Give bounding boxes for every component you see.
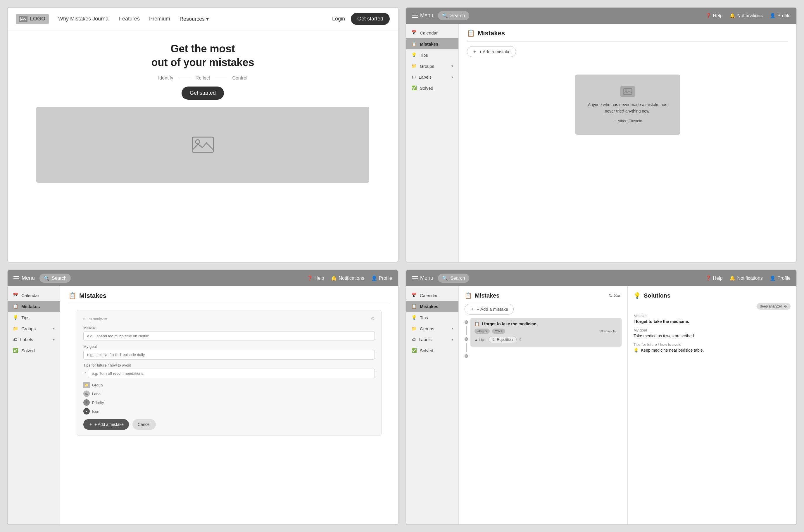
mistake-cards-area: 📋 I forget to take the medicine. allergy…	[470, 318, 621, 349]
sidebar-tips-3[interactable]: 💡 Tips	[7, 312, 60, 323]
mistake-input[interactable]	[83, 331, 375, 341]
sidebar-mistakes-4[interactable]: 📋 Mistakes	[406, 301, 459, 312]
form-extras: 📁 Group 🏷 Label ! Priority ● Icon	[83, 382, 375, 415]
solutions-panel-4: 💡 Solutions deep analyzer ⚙ Mistake I fo…	[628, 286, 797, 525]
sidebar-3: 📅 Calendar 📋 Mistakes 💡 Tips 📁 Groups ▾ …	[7, 286, 60, 525]
main-title-3: 📋 Mistakes	[69, 292, 390, 304]
sidebar-tips-2[interactable]: 💡 Tips	[406, 50, 459, 60]
labels-chevron-4: ▾	[451, 338, 453, 342]
sidebar-calendar-3[interactable]: 📅 Calendar	[7, 290, 60, 301]
extra-priority[interactable]: ! Priority	[83, 399, 375, 406]
timeline-connector-1	[466, 326, 467, 335]
app-header-2: Menu 🔍 Search ❓ Help 🔔 Notifications 👤 P…	[406, 7, 797, 24]
tag-year[interactable]: 2021	[492, 328, 505, 334]
notifications-button-3[interactable]: 🔔 Notifications	[331, 276, 364, 281]
sidebar-calendar-2[interactable]: 📅 Calendar	[406, 27, 459, 38]
tag-allergy[interactable]: allergy	[474, 328, 490, 334]
timeline-connector-2	[466, 343, 467, 352]
mistakes-title-icon-2: 📋	[467, 30, 475, 37]
menu-button-2[interactable]: Menu	[412, 13, 433, 19]
app-body-2: 📅 Calendar 📋 Mistakes 💡 Tips 📁 Groups ▾ …	[406, 24, 797, 262]
timeline-dot-1[interactable]	[465, 320, 468, 324]
dash-2	[215, 78, 227, 78]
timeline-dot-2[interactable]	[465, 337, 468, 341]
get-started-hero-button[interactable]: Get started	[182, 87, 224, 100]
timeline-dot-3[interactable]	[465, 354, 468, 358]
svg-rect-4	[623, 89, 632, 94]
tip-bulb-icon: 💡	[634, 348, 638, 353]
dash-1	[179, 78, 190, 78]
notifications-button-4[interactable]: 🔔 Notifications	[729, 276, 763, 281]
logo-text: LOGO	[30, 16, 45, 22]
logo[interactable]: LOGO	[16, 14, 49, 24]
help-button-4[interactable]: ❓ Help	[706, 276, 723, 281]
nav-resources[interactable]: Resources ▾	[180, 16, 209, 22]
search-button-4[interactable]: 🔍 Search	[438, 273, 469, 283]
profile-button-4[interactable]: 👤 Profile	[770, 276, 790, 281]
groups-icon-2: 📁	[411, 63, 417, 69]
add-mistake-button-4[interactable]: ＋ + Add a mistake	[465, 304, 514, 315]
sidebar-mistakes-2[interactable]: 📋 Mistakes	[406, 38, 459, 50]
sidebar-calendar-4[interactable]: 📅 Calendar	[406, 290, 459, 301]
sidebar-groups-3[interactable]: 📁 Groups ▾	[7, 323, 60, 334]
priority-icon: !	[83, 399, 90, 406]
sidebar-labels-4[interactable]: 🏷 Labels ▾	[406, 334, 459, 345]
menu-button-4[interactable]: Menu	[412, 275, 433, 281]
form-cancel-button[interactable]: Cancel	[132, 419, 156, 430]
tips-input[interactable]	[88, 368, 375, 378]
form-add-button[interactable]: ＋ + Add a mistake	[83, 419, 129, 430]
sidebar-labels-3[interactable]: 🏷 Labels ▾	[7, 334, 60, 345]
mistakes-panel-title-4: 📋 Mistakes ⇅ Sort	[465, 292, 621, 299]
add-mistake-button-2[interactable]: ＋ + Add a mistake	[467, 46, 516, 57]
main-title-2: 📋 Mistakes	[467, 30, 788, 41]
search-button-2[interactable]: 🔍 Search	[438, 11, 469, 20]
deep-analyzer-area: deep analyzer ⚙	[634, 303, 790, 309]
tips-icon-4: 💡	[411, 315, 417, 320]
deep-analyzer-badge[interactable]: deep analyzer ⚙	[756, 303, 790, 309]
s4-main-layout: 📋 Mistakes ⇅ Sort ＋ + Add a mistake	[459, 286, 797, 525]
app-body-4: 📅 Calendar 📋 Mistakes 💡 Tips 📁 Groups ▾ …	[406, 286, 797, 525]
goal-input[interactable]	[83, 350, 375, 360]
nav-why[interactable]: Why Mistakes Journal	[58, 16, 110, 22]
icon-selector-icon: ●	[83, 408, 90, 415]
tag-days: 100 days left	[599, 329, 617, 333]
sidebar-labels-2[interactable]: 🏷 Labels ▾	[406, 72, 459, 82]
extra-label[interactable]: 🏷 Label	[83, 391, 375, 397]
repetition-button-1[interactable]: ↻ Repetition	[488, 336, 517, 343]
sort-button-4[interactable]: ⇅ Sort	[609, 293, 621, 298]
sidebar-solved-3[interactable]: ✅ Solved	[7, 345, 60, 356]
get-started-nav-button[interactable]: Get started	[351, 13, 390, 25]
notifications-button-2[interactable]: 🔔 Notifications	[729, 13, 763, 18]
help-button-2[interactable]: ❓ Help	[706, 13, 723, 18]
mistakes-panel-4: 📋 Mistakes ⇅ Sort ＋ + Add a mistake	[459, 286, 628, 525]
profile-button-3[interactable]: 👤 Profile	[371, 276, 392, 281]
hero-tagline: Identify Reflect Control	[158, 75, 247, 81]
profile-button-2[interactable]: 👤 Profile	[770, 13, 790, 18]
form-analyzer-label: deep analyzer	[83, 317, 107, 321]
menu-icon-4	[412, 276, 418, 280]
login-link[interactable]: Login	[332, 16, 345, 22]
sidebar-solved-2[interactable]: ✅ Solved	[406, 82, 459, 94]
solution-goal-value: Take medice as it was prescribed.	[634, 334, 790, 338]
sidebar-groups-2[interactable]: 📁 Groups ▾	[406, 60, 459, 72]
extra-icon[interactable]: ● Icon	[83, 408, 375, 415]
extra-group[interactable]: 📁 Group	[83, 382, 375, 388]
search-button-3[interactable]: 🔍 Search	[39, 273, 71, 283]
screen-mistakes-solutions: Menu 🔍 Search ❓ Help 🔔 Notifications 👤 P…	[406, 269, 797, 525]
goal-field: My goal	[83, 344, 375, 360]
sidebar-mistakes-3[interactable]: 📋 Mistakes	[7, 301, 60, 312]
nav-actions: Login Get started	[332, 13, 390, 25]
quote-card-2: Anyone who has never made a mistake has …	[575, 75, 680, 135]
help-button-3[interactable]: ❓ Help	[307, 276, 324, 281]
labels-icon-2: 🏷	[411, 75, 416, 79]
sidebar-solved-4[interactable]: ✅ Solved	[406, 345, 459, 356]
menu-button-3[interactable]: Menu	[14, 275, 35, 281]
nav-features[interactable]: Features	[119, 16, 140, 22]
solution-tips-label: Tips for future / how to avoid	[634, 342, 790, 347]
hero-section: Get the most out of your mistakes Identi…	[7, 31, 398, 189]
goal-label: My goal	[83, 344, 375, 349]
sidebar-tips-4[interactable]: 💡 Tips	[406, 312, 459, 323]
mistake-card-1[interactable]: 📋 I forget to take the medicine. allergy…	[470, 318, 621, 347]
nav-premium[interactable]: Premium	[149, 16, 170, 22]
sidebar-groups-4[interactable]: 📁 Groups ▾	[406, 323, 459, 334]
